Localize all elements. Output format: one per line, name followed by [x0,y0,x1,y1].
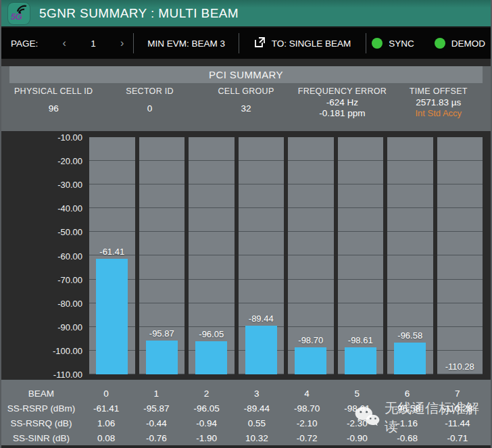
cell-value: -2.10 [282,418,332,428]
app-window: 5G 5GNR SUMMARY : MULTI BEAM PAGE: ‹ 1 ›… [0,0,492,448]
sync-status-led [372,38,383,49]
cell-value: -110.28 [433,403,483,414]
beam-column-2: -96.05 [189,137,235,374]
bar-value-label: -96.05 [189,329,235,339]
cell-value: -0.71 [433,433,483,443]
y-axis-tick-label: -90.00 [1,322,82,332]
cell-value: 10.32 [232,433,282,443]
y-axis-tick-label: -20.00 [1,156,82,166]
cell-value: -61.41 [81,403,131,414]
cell-value: -0.76 [131,433,181,443]
title-bar: 5G 5GNR SUMMARY : MULTI BEAM [1,0,491,28]
cell-value: 1.06 [81,418,131,428]
y-axis-tick-label: -10.00 [1,132,82,143]
external-link-icon [254,36,266,50]
status-bar: PAGE: ‹ 1 › MIN EVM: BEAM 3 TO: SINGLE B… [1,28,491,59]
y-axis-tick-label: -70.00 [1,274,82,284]
beam-column-0: -61.41 [89,137,135,374]
row-label: SS-RSRQ (dB) [1,418,81,428]
cell-value: -2.30 [332,418,382,428]
row-label: BEAM [1,389,81,399]
pci-field-label: PHYSICAL CELL ID [14,86,93,96]
beam-column-4: -98.70 [288,137,334,374]
beam-bar-chart: -61.41-95.87-96.05-89.44-98.70-98.61-96.… [1,131,491,380]
table-row: SS-RSRP (dBm)-61.41-95.87-96.05-89.44-98… [1,401,483,416]
rsrp-bar [245,326,277,374]
pci-field-label: FREQUENCY ERROR [298,86,387,96]
y-axis-tick-label: -30.00 [1,180,82,190]
table-row: SS-RSRQ (dB)1.06-0.44-0.940.55-2.10-2.30… [1,416,483,430]
demod-status: DEMOD [429,38,491,49]
pci-field-label: CELL GROUP [218,86,274,96]
cell-value: -0.72 [282,433,332,443]
beam-column-3: -89.44 [239,137,285,374]
page-prev-button[interactable]: ‹ [63,38,66,49]
min-evm-indicator: MIN EVM: BEAM 3 [134,28,238,59]
cell-value: -98.61 [332,403,382,414]
sync-status: SYNC [366,38,420,49]
beam-column-6: -96.58 [387,137,433,374]
y-axis-tick-label: -40.00 [1,203,82,214]
cell-value: -1.90 [182,433,232,443]
cell-value: -96.05 [182,403,232,414]
bar-value-label: -98.61 [338,335,384,345]
y-axis-tick-label: -60.00 [1,251,82,261]
page-label: PAGE: [11,39,38,49]
cell-value: 0.55 [232,418,282,428]
cell-value: -1.16 [383,418,433,428]
demod-label: DEMOD [451,39,485,49]
pci-field-value: 32 [241,103,251,114]
cell-value: -0.68 [383,433,433,443]
pci-field: SECTOR ID0 [101,86,197,119]
y-axis-tick-label: -80.00 [1,298,82,308]
pci-field-note: Int Std Accy [415,108,462,119]
cell-value: 0 [81,389,131,399]
5g-logo-icon: 5G [8,3,30,24]
cell-value: 3 [232,389,282,399]
cell-value: -0.94 [182,418,232,428]
bar-value-label: -98.70 [288,335,334,345]
y-axis-tick-label: -110.00 [1,370,82,380]
to-single-beam-label: TO: SINGLE BEAM [272,39,351,49]
rsrp-bar [195,341,227,374]
min-evm-label: MIN EVM: BEAM 3 [147,39,225,49]
row-label: SS-SINR (dB) [1,433,81,443]
cell-value: 4 [282,389,332,399]
pci-field: TIME OFFSET2571.83 µsInt Std Accy [391,86,487,119]
cell-value: -98.70 [282,403,332,414]
pci-summary-grid: PHYSICAL CELL ID96SECTOR ID0CELL GROUP32… [1,83,491,119]
page-next-button[interactable]: › [120,38,124,49]
y-axis-tick-label: -50.00 [1,227,82,237]
cell-value: 7 [433,389,483,399]
chart-plot-area: -61.41-95.87-96.05-89.44-98.70-98.61-96.… [89,137,483,374]
pci-field-value: 96 [49,103,59,114]
pci-summary-section: PCI SUMMARY PHYSICAL CELL ID96SECTOR ID0… [1,66,491,131]
pci-field-label: TIME OFFSET [410,86,468,96]
bar-value-label: -96.58 [387,330,433,341]
bar-value-label: -110.28 [437,362,483,372]
rsrp-bar [146,341,178,374]
rsrp-bar [96,259,128,374]
cell-value: -11.44 [433,418,483,428]
rsrp-bar [295,347,326,374]
pci-field: CELL GROUP32 [198,86,294,119]
page-number: 1 [91,39,96,49]
table-row: BEAM01234567 [1,386,483,401]
cell-value: 6 [383,389,433,399]
beam-column-1: -95.87 [139,137,185,374]
gridlines [437,137,483,374]
pci-field: FREQUENCY ERROR-624 Hz-0.181 ppm [294,86,390,119]
row-label: SS-RSRP (dBm) [1,403,81,414]
to-single-beam-button[interactable]: TO: SINGLE BEAM [239,28,366,59]
bottom-gap [1,445,491,448]
beam-measurement-table: BEAM01234567SS-RSRP (dBm)-61.41-95.87-96… [1,380,491,445]
rsrp-bar [345,347,376,374]
logo-5g-text: 5G [11,11,22,22]
page-title: 5GNR SUMMARY : MULTI BEAM [39,6,239,21]
beam-column-5: -98.61 [338,137,384,374]
demod-status-led [435,38,445,49]
cell-value: 1 [131,389,181,399]
pci-field-value: 0 [147,103,153,114]
pci-summary-header: PCI SUMMARY [9,66,483,83]
cell-value: 2 [182,389,232,399]
